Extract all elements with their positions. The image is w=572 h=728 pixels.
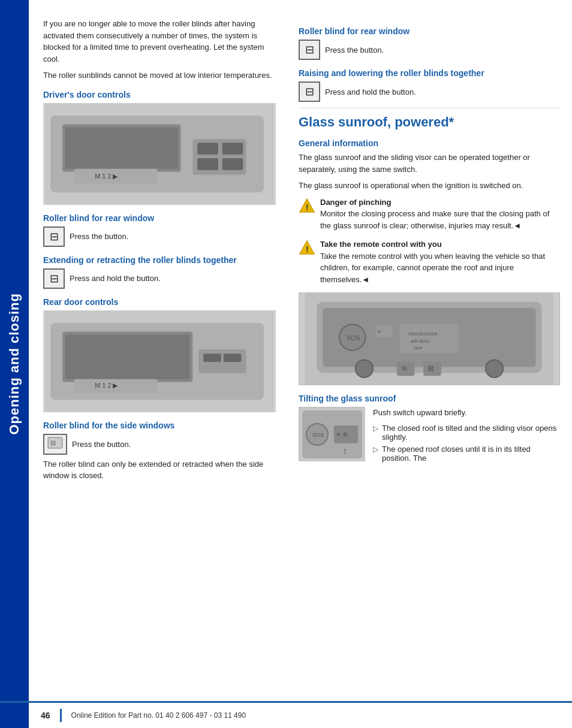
tilting-heading: Tilting the glass sunroof xyxy=(299,394,560,403)
svg-text:!: ! xyxy=(306,203,309,212)
rear-door-image: M 1 2 ▶ xyxy=(43,310,276,412)
roller-rear-text-left: Press the button. xyxy=(70,232,128,241)
warning-text-1: Danger of pinching Monitor the closing p… xyxy=(320,197,560,232)
extending-roller-heading: Extending or retracting the roller blind… xyxy=(43,255,275,265)
roller-rear-icon-left: ⊟ xyxy=(43,226,65,247)
roller-side-note: The roller blind can only be extended or… xyxy=(43,458,275,482)
svg-rect-14 xyxy=(65,334,190,379)
svg-point-37 xyxy=(356,360,374,378)
tilt-section: SOS ≋ ⊠ ↑ Push switch upward briefly. ▷ … xyxy=(299,407,560,466)
warning-title-2: Take the remote control with you xyxy=(320,240,442,249)
sidebar: Opening and closing xyxy=(0,0,29,728)
footer-divider xyxy=(60,709,62,722)
general-info-p1: The glass sunroof and the sliding visor … xyxy=(299,152,560,175)
general-info-heading: General information xyxy=(299,138,560,148)
raising-lowering-icon-row: ⊟ Press and hold the button. xyxy=(299,81,560,102)
svg-text:M  1  2  ▶: M 1 2 ▶ xyxy=(95,382,118,389)
warning-box-2: ! Take the remote control with you Take … xyxy=(299,238,560,285)
roller-rear-icon-row-right: ⊟ Press the button. xyxy=(299,40,560,60)
warning-body-1: Monitor the closing process and make sur… xyxy=(320,209,549,230)
svg-text:SOS: SOS xyxy=(312,432,324,438)
svg-text:M  1  2  ▶: M 1 2 ▶ xyxy=(95,173,118,180)
tilt-control-image: SOS ≋ ⊠ ↑ xyxy=(299,407,365,461)
raising-lowering-icon: ⊟ xyxy=(299,81,320,102)
raising-lowering-text: Press and hold the button. xyxy=(325,87,416,96)
roller-rear-text-right: Press the button. xyxy=(325,46,384,55)
roller-rear-heading-right: Roller blind for rear window xyxy=(299,26,560,36)
svg-rect-8 xyxy=(222,158,243,170)
svg-rect-6 xyxy=(222,143,243,155)
roller-side-heading: Roller blind for the side windows xyxy=(43,421,275,430)
warning-box-1: ! Danger of pinching Monitor the closing… xyxy=(299,197,560,232)
glass-sunroof-heading: Glass sunroof, powered* xyxy=(299,114,560,130)
sunroof-control-image: SOS ≋ PASSENGER AIR BAG OFF ≋ ⊠ xyxy=(299,292,560,385)
tilt-bullet-2: ▷ The opened roof closes until it is in … xyxy=(373,445,560,463)
warning-body-2: Take the remote control with you when le… xyxy=(320,252,545,284)
extending-roller-icon: ⊟ xyxy=(43,268,65,289)
sidebar-label: Opening and closing xyxy=(7,293,22,435)
svg-text:PASSENGER: PASSENGER xyxy=(408,331,438,337)
page-number: 46 xyxy=(41,711,50,720)
svg-rect-3 xyxy=(65,127,178,168)
tilt-bullet-1: ▷ The closed roof is tilted and the slid… xyxy=(373,424,560,442)
extending-roller-text: Press and hold the button. xyxy=(70,274,161,283)
roller-side-icon: ⊟ xyxy=(43,434,67,455)
right-column: Roller blind for rear window ⊟ Press the… xyxy=(287,18,572,728)
bullet-arrow-1: ▷ xyxy=(373,424,378,433)
drivers-door-image: M 1 2 ▶ xyxy=(43,103,276,205)
svg-rect-7 xyxy=(197,158,218,170)
warning-text-2: Take the remote control with you Take th… xyxy=(320,238,560,285)
svg-text:SOS: SOS xyxy=(347,334,360,342)
raising-lowering-heading: Raising and lowering the roller blinds t… xyxy=(299,68,560,78)
extending-roller-icon-row: ⊟ Press and hold the button. xyxy=(43,268,275,289)
footer: 46 Online Edition for Part no. 01 40 2 6… xyxy=(0,701,572,728)
roller-side-text: Press the button. xyxy=(72,440,131,449)
rear-door-heading: Rear door controls xyxy=(43,297,275,307)
tilt-instruction: Push switch upward briefly. xyxy=(373,407,560,419)
section-divider xyxy=(299,108,560,108)
roller-rear-icon-right: ⊟ xyxy=(299,40,320,60)
intro-paragraph-2: The roller sunblinds cannot be moved at … xyxy=(43,70,275,81)
warning-icon-1: ! xyxy=(299,198,315,215)
svg-text:≋: ≋ xyxy=(401,364,408,373)
tilt-text-block: Push switch upward briefly. ▷ The closed… xyxy=(373,407,560,466)
svg-rect-5 xyxy=(197,143,218,155)
general-info-p2: The glass sunroof is operational when th… xyxy=(299,180,560,192)
svg-text:≋ ⊠: ≋ ⊠ xyxy=(336,431,348,437)
svg-text:OFF: OFF xyxy=(413,346,423,351)
svg-text:⊠: ⊠ xyxy=(428,364,434,373)
footer-text: Online Edition for Part no. 01 40 2 606 … xyxy=(71,711,246,720)
svg-text:⊟: ⊟ xyxy=(50,439,56,446)
roller-side-icon-row: ⊟ Press the button. xyxy=(43,434,275,455)
tilt-bullet-2-text: The opened roof closes until it is in it… xyxy=(382,445,560,463)
svg-text:↑: ↑ xyxy=(342,446,347,456)
bullet-arrow-2: ▷ xyxy=(373,445,378,454)
warning-icon-2: ! xyxy=(299,240,315,256)
svg-text:AIR BAG: AIR BAG xyxy=(410,339,429,344)
tilt-bullet-1-text: The closed roof is tilted and the slidin… xyxy=(382,424,560,442)
drivers-door-heading: Driver's door controls xyxy=(43,90,275,99)
svg-text:!: ! xyxy=(306,244,309,254)
svg-rect-17 xyxy=(224,354,242,362)
left-column: If you are no longer able to move the ro… xyxy=(29,18,287,728)
warning-title-1: Danger of pinching xyxy=(320,198,391,207)
svg-text:≋: ≋ xyxy=(377,329,381,334)
svg-rect-16 xyxy=(203,354,221,362)
intro-paragraph-1: If you are no longer able to move the ro… xyxy=(43,18,275,65)
roller-rear-icon-row-left: ⊟ Press the button. xyxy=(43,226,275,247)
roller-rear-heading-left: Roller blind for rear window xyxy=(43,213,275,223)
svg-point-42 xyxy=(486,360,504,378)
